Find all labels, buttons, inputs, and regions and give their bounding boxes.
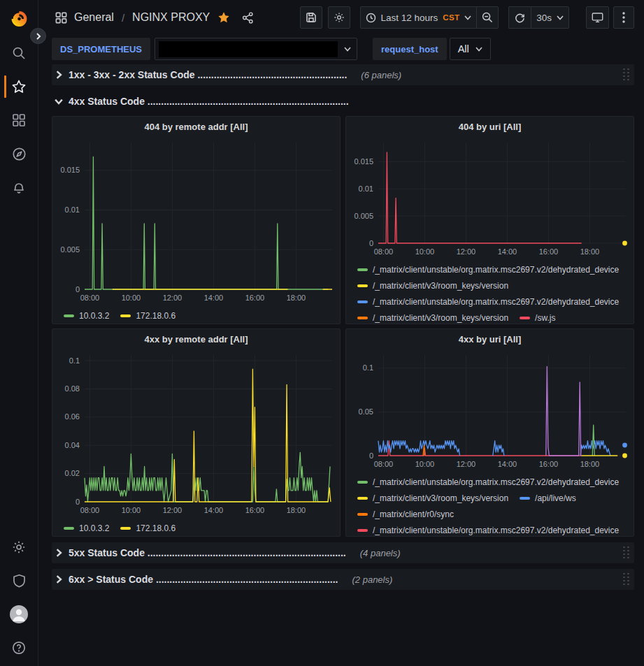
legend-label: /_matrix/client/v3/room_keys/version xyxy=(373,493,508,503)
svg-text:0.015: 0.015 xyxy=(354,157,373,166)
row-drag-handle-icon[interactable] xyxy=(623,546,630,560)
datasource-variable-select[interactable] xyxy=(155,38,357,60)
breadcrumb-section[interactable]: General xyxy=(74,11,114,24)
zoom-out-button[interactable] xyxy=(476,6,499,29)
legend-swatch xyxy=(357,301,368,303)
sidebar-item-help[interactable] xyxy=(0,631,38,665)
sidebar-item-alerting[interactable] xyxy=(0,171,38,204)
time-series-chart[interactable]: 00.020.040.060.080.108:0010:0012:0014:00… xyxy=(57,348,338,517)
svg-text:0.08: 0.08 xyxy=(65,384,80,393)
svg-text:14:00: 14:00 xyxy=(498,460,517,468)
svg-text:0.005: 0.005 xyxy=(60,245,80,254)
row-1xx-3xx-2xx-status-code[interactable]: 1xx - 3xx - 2xx Status Code ............… xyxy=(52,64,634,85)
legend-item[interactable]: /_matrix/client/unstable/org.matrix.msc2… xyxy=(357,474,619,490)
legend-item[interactable]: /_matrix/client/v3/room_keys/version xyxy=(357,277,508,294)
legend-item[interactable]: /sw.js xyxy=(520,310,555,324)
sidebar-item-configuration[interactable] xyxy=(0,530,38,564)
svg-text:10:00: 10:00 xyxy=(122,506,141,514)
time-series-chart[interactable]: 00.050.108:0010:0012:0014:0016:0018:00 xyxy=(350,348,631,471)
legend-swatch xyxy=(64,314,74,317)
row-drag-handle-icon[interactable] xyxy=(623,68,630,82)
refresh-interval-picker[interactable]: 30s xyxy=(531,6,569,29)
cycle-view-mode-button[interactable] xyxy=(586,6,609,29)
svg-text:16:00: 16:00 xyxy=(245,294,265,302)
sidebar xyxy=(0,0,38,666)
row-6xx-status-code[interactable]: 6xx > Status Code ......................… xyxy=(52,569,634,590)
row-5xx-status-code[interactable]: 5xx Status Code ........................… xyxy=(52,542,634,563)
sidebar-item-explore[interactable] xyxy=(0,137,38,171)
time-series-chart[interactable]: 00.0050.010.01508:0010:0012:0014:0016:00… xyxy=(57,136,338,305)
legend-label: /sw.js xyxy=(535,313,555,323)
legend-item[interactable]: /api/live/ws xyxy=(520,490,576,506)
dashboard-settings-button[interactable] xyxy=(328,6,350,29)
shield-icon xyxy=(13,574,26,588)
svg-text:0: 0 xyxy=(369,239,373,247)
svg-text:16:00: 16:00 xyxy=(539,247,559,256)
svg-text:0: 0 xyxy=(76,498,80,506)
row-4xx-status-code[interactable]: 4xx Status Code ........................… xyxy=(52,91,634,112)
legend-item[interactable]: 10.0.3.2 xyxy=(64,307,109,324)
legend-label: /_matrix/client/unstable/org.matrix.msc2… xyxy=(373,526,619,535)
legend-swatch xyxy=(357,268,368,271)
favorite-star-icon[interactable] xyxy=(217,11,230,24)
zoom-out-icon xyxy=(482,12,493,23)
sidebar-item-server-admin[interactable] xyxy=(0,564,38,598)
svg-text:10:00: 10:00 xyxy=(415,247,435,256)
legend-label: 172.18.0.6 xyxy=(136,523,176,533)
sidebar-item-dashboards[interactable] xyxy=(0,103,38,137)
svg-text:0.04: 0.04 xyxy=(65,441,80,449)
gear-icon xyxy=(12,540,26,554)
chevron-down-icon xyxy=(55,97,63,106)
caret-down-icon xyxy=(464,15,471,20)
more-options-button[interactable] xyxy=(613,6,634,29)
row-title: 1xx - 3xx - 2xx Status Code ............… xyxy=(69,69,347,80)
legend-label: /_matrix/client/unstable/org.matrix.msc2… xyxy=(373,297,619,307)
datasource-variable-label[interactable]: DS_PROMETHEUS xyxy=(52,38,150,60)
variables-bar: DS_PROMETHEUS request_host All xyxy=(39,35,644,60)
legend-item[interactable]: /_matrix/client/r0/sync xyxy=(357,506,454,522)
legend-item[interactable]: 172.18.0.6 xyxy=(120,520,176,536)
legend-item[interactable]: /_matrix/client/unstable/org.matrix.msc2… xyxy=(357,294,619,310)
legend-swatch xyxy=(357,497,368,500)
clock-icon xyxy=(366,13,376,23)
bell-icon xyxy=(12,180,26,194)
legend-item[interactable]: 10.0.3.2 xyxy=(64,520,109,536)
caret-down-icon xyxy=(475,47,482,52)
dashboard-title[interactable]: NGINX PROXY xyxy=(132,11,210,24)
legend-item[interactable]: /_matrix/client/v3/room_keys/version xyxy=(357,310,508,324)
request-host-value: All xyxy=(458,43,469,55)
row-drag-handle-icon[interactable] xyxy=(623,573,630,586)
legend-item[interactable]: 172.18.0.6 xyxy=(120,307,176,324)
settings-gear-icon xyxy=(334,12,345,23)
legend-item[interactable]: /_matrix/client/unstable/org.matrix.msc2… xyxy=(357,261,619,277)
save-icon xyxy=(306,12,317,23)
svg-text:0.06: 0.06 xyxy=(65,412,80,421)
row-panel-count: (6 panels) xyxy=(361,70,401,80)
time-series-chart[interactable]: 00.0050.010.01508:0010:0012:0014:0016:00… xyxy=(350,136,631,259)
share-icon[interactable] xyxy=(242,12,254,24)
legend-item[interactable]: /_matrix/client/unstable/org.matrix.msc2… xyxy=(357,522,619,536)
sidebar-item-starred[interactable] xyxy=(0,70,38,103)
time-range-picker[interactable]: Last 12 hours CST xyxy=(360,6,477,29)
sidebar-item-profile[interactable] xyxy=(0,598,38,631)
svg-text:16:00: 16:00 xyxy=(245,506,265,514)
sidebar-expand-button[interactable] xyxy=(30,28,46,44)
request-host-variable-label[interactable]: request_host xyxy=(373,38,447,60)
refresh-icon xyxy=(515,13,525,23)
panel-title[interactable]: 404 by remote addr [All] xyxy=(57,117,336,136)
svg-text:18:00: 18:00 xyxy=(580,247,600,256)
svg-text:0.005: 0.005 xyxy=(354,212,373,220)
refresh-button[interactable] xyxy=(508,6,531,29)
panel-4xx-by-remote-addr: 4xx by remote addr [All] 00.020.040.060.… xyxy=(52,328,341,537)
legend-label: /_matrix/client/v3/room_keys/version xyxy=(373,313,508,323)
legend-item[interactable]: /_matrix/client/v3/room_keys/version xyxy=(357,490,508,506)
chart-legend: /_matrix/client/unstable/org.matrix.msc2… xyxy=(350,471,629,536)
request-host-variable-select[interactable]: All xyxy=(450,38,491,60)
panel-title[interactable]: 4xx by remote addr [All] xyxy=(57,329,336,348)
legend-label: /api/live/ws xyxy=(535,493,576,503)
redacted-value xyxy=(159,41,338,57)
panel-title[interactable]: 404 by uri [All] xyxy=(350,117,629,136)
panel-title[interactable]: 4xx by uri [All] xyxy=(350,329,629,348)
legend-swatch xyxy=(357,529,368,532)
save-dashboard-button[interactable] xyxy=(300,6,322,29)
